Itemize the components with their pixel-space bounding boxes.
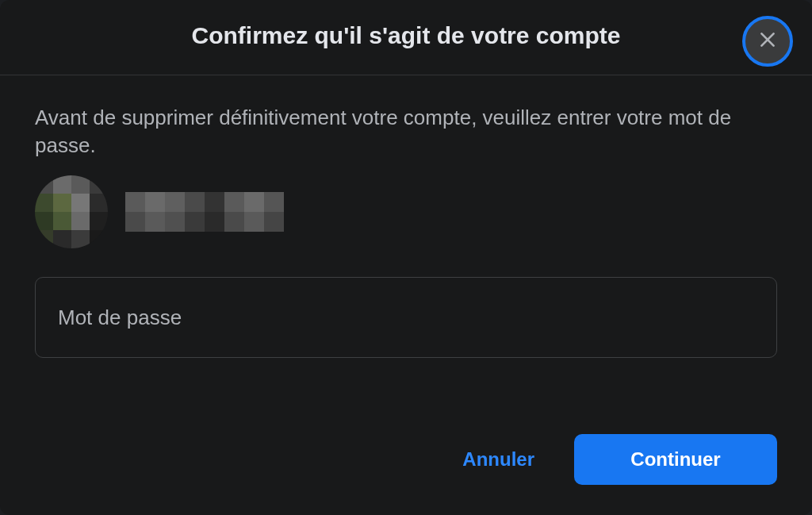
continue-button[interactable]: Continuer bbox=[574, 434, 777, 485]
dialog-header: Confirmez qu'il s'agit de votre compte bbox=[0, 0, 812, 75]
instruction-text: Avant de supprimer définitivement votre … bbox=[35, 104, 777, 159]
dialog-body: Avant de supprimer définitivement votre … bbox=[0, 75, 812, 401]
password-input[interactable] bbox=[35, 277, 777, 358]
account-row bbox=[35, 175, 777, 248]
close-button[interactable] bbox=[742, 16, 793, 67]
close-icon bbox=[757, 29, 778, 53]
account-name-redacted bbox=[125, 192, 284, 232]
avatar bbox=[35, 175, 108, 248]
dialog-footer: Annuler Continuer bbox=[0, 401, 812, 515]
confirm-account-dialog: Confirmez qu'il s'agit de votre compte A… bbox=[0, 0, 812, 515]
cancel-button[interactable]: Annuler bbox=[446, 437, 550, 482]
dialog-title: Confirmez qu'il s'agit de votre compte bbox=[191, 22, 620, 49]
